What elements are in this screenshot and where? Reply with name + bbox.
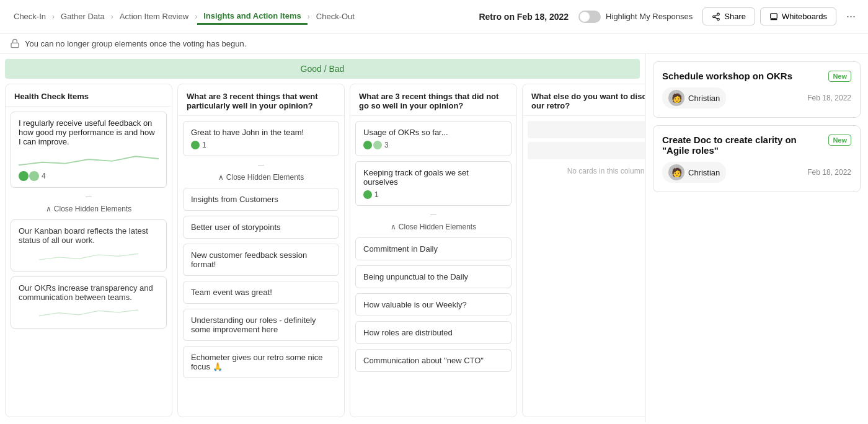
- vote-row-nw-2: 1: [363, 190, 503, 199]
- not-well-featured-card-1[interactable]: Usage of OKRs so far... 3: [355, 121, 512, 156]
- sparkline-1: [19, 150, 159, 169]
- card-understanding-roles[interactable]: Understanding our roles - definitely som…: [183, 309, 339, 341]
- vote-icon-nw-1b: [373, 141, 382, 149]
- card-team-event[interactable]: Team event was great!: [183, 281, 339, 304]
- vote-count-1: 4: [42, 172, 46, 180]
- vote-row-nw-1: 3: [363, 141, 503, 149]
- card-text-new-cto: Communication about "new CTO": [363, 356, 484, 365]
- vote-icon-1a: [19, 171, 29, 181]
- svg-point-2: [717, 18, 720, 20]
- collapse-health-hidden[interactable]: ∧ Close Hidden Elements: [11, 202, 167, 216]
- whiteboard-button[interactable]: Whiteboards: [760, 7, 836, 25]
- card-text-team-event: Team event was great!: [191, 288, 272, 297]
- nav-step-gather-data[interactable]: Gather Data: [55, 9, 111, 24]
- more-button[interactable]: ···: [841, 6, 861, 27]
- main-content: Good / Bad Health Check Items I regularl…: [0, 54, 868, 422]
- else-placeholder-1: [528, 121, 645, 138]
- action-item-card-2[interactable]: New Create Doc to create clarity on "Agi…: [653, 125, 861, 192]
- health-card-text-3: Our OKRs increase transparency and commu…: [19, 283, 159, 302]
- avatar-chip-2: 🧑 Christian: [662, 162, 726, 183]
- nav-step-check-in-label: Check-In: [14, 12, 46, 21]
- action-date-1: Feb 18, 2022: [807, 94, 851, 102]
- highlight-toggle[interactable]: [578, 11, 601, 23]
- whiteboard-label: Whiteboards: [782, 12, 827, 21]
- collapse-icon-ww: ∧: [218, 173, 224, 182]
- nav-step-insights[interactable]: Insights and Action Items: [197, 9, 308, 25]
- toggle-knob: [580, 12, 590, 22]
- health-card-text-1: I regularly receive useful feedback on h…: [19, 118, 159, 146]
- collapse-went-well[interactable]: ∧ Close Hidden Elements: [183, 170, 339, 184]
- went-well-featured-text: Great to have John in the team!: [191, 128, 331, 137]
- avatar-emoji-2: 🧑: [671, 167, 682, 177]
- columns-area: Good / Bad Health Check Items I regularl…: [0, 54, 645, 422]
- card-text-insights: Insights from Customers: [191, 195, 278, 204]
- collapse-not-well[interactable]: ∧ Close Hidden Elements: [355, 220, 512, 234]
- info-bar: You can no longer group elements once th…: [0, 33, 868, 54]
- card-text-unpunctual: Being unpunctual to the Daily: [363, 272, 468, 281]
- new-badge-2: New: [828, 135, 851, 146]
- svg-rect-9: [11, 43, 19, 47]
- vote-icon-nw-2: [363, 190, 372, 199]
- action-item-card-1[interactable]: New Schedule workshop on OKRs 🧑 Christia…: [653, 61, 861, 118]
- not-well-featured-card-2[interactable]: Keeping track of goals we set ourselves …: [355, 161, 512, 206]
- card-text-understanding-roles: Understanding our roles - definitely som…: [191, 316, 316, 334]
- health-card-3[interactable]: Our OKRs increase transparency and commu…: [11, 276, 167, 329]
- share-label: Share: [724, 12, 746, 21]
- nav-step-action-item-review[interactable]: Action Item Review: [113, 9, 195, 24]
- health-card-featured[interactable]: I regularly receive useful feedback on h…: [11, 112, 167, 188]
- highlight-label: Highlight My Responses: [606, 12, 693, 21]
- card-insights-from-customers[interactable]: Insights from Customers: [183, 188, 339, 211]
- side-panel: New Schedule workshop on OKRs 🧑 Christia…: [645, 54, 868, 422]
- columns-row: Health Check Items I regularly receive u…: [0, 79, 645, 422]
- card-commitment-daily[interactable]: Commitment in Daily: [355, 237, 512, 260]
- nav-step-action-item-review-label: Action Item Review: [120, 12, 188, 21]
- health-card-2[interactable]: Our Kanban board reflects the latest sta…: [11, 219, 167, 272]
- action-meta-2: 🧑 Christian Feb 18, 2022: [662, 162, 851, 183]
- info-bar-message: You can no longer group elements once th…: [25, 39, 246, 48]
- whiteboard-icon: [769, 12, 778, 21]
- nav-step-check-in[interactable]: Check-In: [7, 9, 52, 24]
- action-item-title-1: Schedule workshop on OKRs: [662, 71, 851, 81]
- nav-step-insights-label: Insights and Action Items: [203, 11, 301, 20]
- card-echometer[interactable]: Echometer gives our retro some nice focu…: [183, 346, 339, 378]
- collapse-icon-1: ∧: [46, 205, 51, 213]
- column-went-well-body: Great to have John in the team! 1 — ∧ Cl…: [178, 116, 344, 417]
- divider-nw: —: [355, 211, 512, 218]
- column-else-header: What else do you want to discuss in our …: [523, 84, 645, 116]
- top-navigation: Check-In › Gather Data › Action Item Rev…: [0, 0, 868, 33]
- share-icon: [712, 12, 720, 21]
- lock-icon: [10, 38, 20, 48]
- nav-step-check-out[interactable]: Check-Out: [310, 9, 361, 24]
- assignee-name-2: Christian: [688, 168, 720, 177]
- share-button[interactable]: Share: [702, 7, 755, 25]
- column-went-well-header: What are 3 recent things that went parti…: [178, 84, 344, 116]
- vote-icon-nw-1a: [363, 141, 372, 149]
- collapse-label-ww: Close Hidden Elements: [226, 173, 304, 182]
- went-well-featured-card[interactable]: Great to have John in the team! 1: [183, 121, 339, 156]
- svg-line-3: [715, 17, 717, 18]
- card-text-better-user: Better user of storypoints: [191, 223, 281, 232]
- card-better-user[interactable]: Better user of storypoints: [183, 216, 339, 239]
- not-well-text-1: Usage of OKRs so far...: [363, 128, 503, 137]
- column-else: What else do you want to discuss in our …: [522, 84, 645, 417]
- highlight-toggle-wrap: Highlight My Responses: [578, 11, 693, 23]
- new-badge-1: New: [828, 71, 851, 82]
- sparkline-2: [19, 250, 159, 262]
- card-roles-distributed[interactable]: How roles are distributed: [355, 321, 512, 344]
- avatar-chip-1: 🧑 Christian: [662, 87, 726, 108]
- svg-line-4: [715, 14, 717, 15]
- column-not-well: What are 3 recent things that did not go…: [350, 84, 517, 417]
- divider-1: —: [11, 193, 167, 200]
- vote-icon-ww: [191, 141, 200, 149]
- collapse-icon-nw: ∧: [391, 223, 396, 231]
- card-how-valuable[interactable]: How valuable is our Weekly?: [355, 293, 512, 316]
- action-meta-1: 🧑 Christian Feb 18, 2022: [662, 87, 851, 108]
- nav-step-check-out-label: Check-Out: [316, 12, 355, 21]
- card-unpunctual[interactable]: Being unpunctual to the Daily: [355, 265, 512, 288]
- card-feedback-session[interactable]: New customer feedback session format!: [183, 244, 339, 276]
- column-health-check: Health Check Items I regularly receive u…: [5, 84, 172, 417]
- avatar-emoji-1: 🧑: [671, 93, 682, 103]
- divider-ww: —: [183, 161, 339, 168]
- card-new-cto[interactable]: Communication about "new CTO": [355, 349, 512, 372]
- avatar-2: 🧑: [668, 164, 684, 180]
